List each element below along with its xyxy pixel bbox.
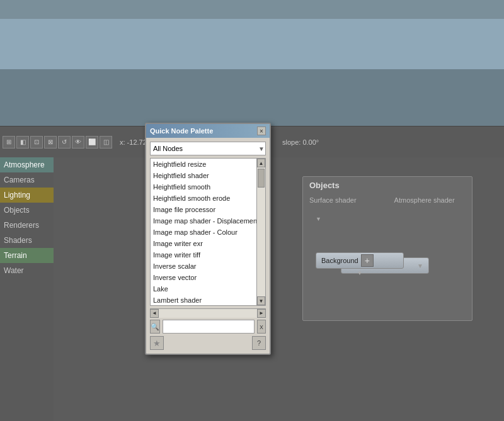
sidebar-item-water[interactable]: Water (0, 263, 54, 278)
sidebar-item-objects[interactable]: Objects (0, 203, 54, 218)
viewport-sky (0, 19, 504, 69)
search-icon-button[interactable]: 🔍 (150, 320, 160, 334)
list-item-4[interactable]: Image file processor (151, 204, 256, 215)
toolbar-icon-5[interactable]: ↺ (58, 136, 71, 149)
sidebar-item-renderers[interactable]: Renderers (0, 218, 54, 233)
quick-node-palette-dialog: Quick Node Palette × All Nodes Terrain L… (145, 123, 271, 355)
hscroll-right-button[interactable]: ► (257, 309, 266, 318)
node-planet-connector: ▼ (316, 216, 321, 222)
node-planet-arrow: ▼ (417, 262, 423, 269)
clear-button[interactable]: x (257, 320, 266, 334)
list-item-3[interactable]: Heightfield smooth erode (151, 193, 256, 204)
viewport-bar (0, 0, 504, 19)
list-item-1[interactable]: Heightfield shader (151, 170, 256, 181)
search-input[interactable] (163, 320, 255, 334)
hscroll-left-button[interactable]: ◄ (150, 309, 159, 318)
list-item-10[interactable]: Inverse vector (151, 272, 256, 283)
toolbar-icon-2[interactable]: ◧ (16, 136, 29, 149)
list-item-11[interactable]: Lake (151, 283, 256, 295)
dialog-close-button[interactable]: × (257, 126, 266, 135)
node-background-plus[interactable]: + (361, 254, 374, 267)
scroll-track (257, 167, 265, 296)
list-item-9[interactable]: Inverse scalar (151, 261, 256, 272)
list-item-5[interactable]: Image map shader - Displacement (151, 215, 256, 227)
toolbar-icon-6[interactable]: 👁 (72, 136, 84, 149)
main-area: Objects Surface shader Atmosphere shader… (54, 157, 504, 421)
objects-panel-headers: Surface shader Atmosphere shader (303, 194, 472, 206)
scroll-thumb[interactable] (258, 169, 265, 188)
viewport-ground (0, 69, 504, 126)
filter-select-wrapper: All Nodes Terrain Lighting Atmosphere Sh… (150, 142, 266, 155)
list-item-7[interactable]: Image writer exr (151, 238, 256, 249)
objects-panel: Objects Surface shader Atmosphere shader… (302, 176, 472, 321)
toolbar-icon-4[interactable]: ⊠ (44, 136, 57, 149)
scroll-up-button[interactable]: ▲ (257, 159, 265, 167)
slope-display: slope: 0.00° (277, 138, 324, 146)
dialog-body: All Nodes Terrain Lighting Atmosphere Sh… (146, 138, 270, 354)
scroll-down-button[interactable]: ▼ (257, 296, 265, 305)
sidebar-item-cameras[interactable]: Cameras (0, 172, 54, 188)
list-scrollbar: ▲ ▼ (256, 159, 265, 305)
dialog-title: Quick Node Palette (150, 127, 213, 135)
toolbar-icons: ⊞ ◧ ⊡ ⊠ ↺ 👁 ⬜ ◫ (0, 136, 115, 149)
sidebar: Atmosphere Cameras Lighting Objects Rend… (0, 157, 54, 421)
node-background-connector: ▼ (357, 270, 363, 276)
list-hscroll: ◄ ► (150, 308, 266, 317)
list-item-6[interactable]: Image map shader - Colour (151, 227, 256, 238)
toolbar-icon-3[interactable]: ⊡ (30, 136, 43, 149)
node-list-container: Heightfield resizeHeightfield shaderHeig… (150, 158, 266, 306)
sidebar-item-atmosphere[interactable]: Atmosphere (0, 157, 54, 172)
favorites-button[interactable]: ★ (150, 336, 164, 350)
list-item-0[interactable]: Heightfield resize (151, 159, 256, 170)
sidebar-item-shaders[interactable]: Shaders (0, 233, 54, 248)
help-button[interactable]: ? (252, 336, 266, 350)
node-background[interactable]: Background + (316, 252, 404, 269)
objects-panel-title: Objects (303, 177, 472, 194)
list-item-12[interactable]: Lambert shader (151, 295, 256, 306)
toolbar-icon-1[interactable]: ⊞ (3, 136, 15, 149)
list-item-2[interactable]: Heightfield smooth (151, 181, 256, 193)
toolbar-icon-8[interactable]: ◫ (100, 136, 112, 149)
toolbar-icon-7[interactable]: ⬜ (86, 136, 98, 149)
list-item-8[interactable]: Image writer tiff (151, 249, 256, 261)
dialog-titlebar: Quick Node Palette × (146, 124, 270, 138)
filter-select[interactable]: All Nodes Terrain Lighting Atmosphere Sh… (150, 142, 266, 155)
sidebar-item-terrain[interactable]: Terrain (0, 248, 54, 263)
atmosphere-shader-header: Atmosphere shader (394, 196, 455, 204)
search-row: 🔍 x (150, 320, 266, 334)
surface-shader-header: Surface shader (309, 196, 357, 204)
sidebar-item-lighting[interactable]: Lighting (0, 188, 54, 203)
viewport-top (0, 0, 504, 126)
node-list: Heightfield resizeHeightfield shaderHeig… (151, 159, 256, 306)
bottom-row: ★ ? (150, 336, 266, 350)
hscroll-track (159, 309, 257, 318)
